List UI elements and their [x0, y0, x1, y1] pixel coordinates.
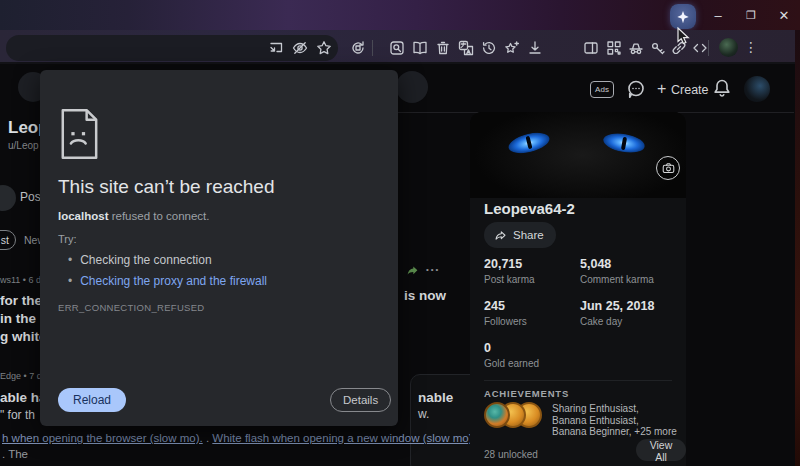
- profile-username: Leopeva64-2: [484, 200, 575, 217]
- advertise-icon[interactable]: Ads: [590, 81, 614, 98]
- achievement-names: Sharing Enthusiast, Banana Enthusiast, B…: [552, 403, 677, 438]
- avatar-fragment: [0, 185, 16, 211]
- stat-followers: 245Followers: [484, 299, 580, 327]
- reading-list-icon[interactable]: [412, 40, 428, 56]
- maximize-button[interactable]: ❐: [739, 6, 763, 25]
- stat-post-karma: 20,715Post karma: [484, 257, 580, 285]
- crosspost-arrow-icon: [406, 263, 419, 281]
- browser-menu-button[interactable]: ⋮: [744, 38, 758, 57]
- bookmark-star-icon[interactable]: [316, 40, 332, 56]
- reload-button[interactable]: Reload: [58, 388, 126, 412]
- stat-gold-earned: 0Gold earned: [484, 341, 580, 369]
- bookmark-all-icon[interactable]: [504, 40, 520, 56]
- profile-banner-cat-image: [470, 112, 686, 198]
- passwords-icon[interactable]: [650, 40, 666, 56]
- mouse-cursor: [677, 27, 690, 49]
- post-options-icon[interactable]: •••: [426, 265, 440, 274]
- post-text-fragment: is now: [404, 288, 446, 303]
- post-text-fragment: w.: [418, 407, 429, 421]
- translate-icon[interactable]: [458, 40, 474, 56]
- side-panel-icon[interactable]: [583, 40, 599, 56]
- window-edge: [795, 30, 800, 466]
- broken-page-icon: [58, 108, 100, 164]
- achievements-unlocked-count: 28 unlocked: [484, 449, 538, 460]
- profile-stats: 20,715Post karma 5,048Comment karma 245F…: [484, 257, 676, 369]
- notifications-bell-icon[interactable]: [712, 78, 732, 98]
- post-meta-fragment: ws11 • 6 d: [0, 275, 41, 285]
- create-button[interactable]: Create: [671, 83, 709, 97]
- lens-search-icon[interactable]: [389, 40, 405, 56]
- card-divider: [484, 380, 672, 381]
- sparkle-icon: [676, 10, 690, 24]
- create-plus-icon[interactable]: +: [657, 80, 666, 98]
- stat-cake-day: Jun 25, 2018Cake day: [580, 299, 676, 327]
- post-text-fragment: in the: [0, 311, 36, 326]
- eye-off-icon[interactable]: [292, 40, 308, 56]
- error-try-label: Try:: [58, 233, 77, 245]
- browser-window: – ❐ ✕ ⋮ Ads: [0, 0, 800, 466]
- site-error-dialog: This site can’t be reached localhost ref…: [40, 70, 398, 426]
- share-arrow-icon: [494, 229, 507, 242]
- browser-profile-avatar[interactable]: [719, 38, 738, 57]
- profile-card: Leopeva64-2 Share 20,715Post karma 5,048…: [470, 112, 686, 466]
- window-titlebar: – ❐ ✕: [0, 0, 800, 30]
- error-message: localhost refused to connect.: [58, 210, 210, 222]
- qr-code-icon[interactable]: [606, 40, 622, 56]
- share-button[interactable]: Share: [484, 222, 556, 248]
- suggestion-connection: •Checking the connection: [68, 250, 267, 271]
- view-all-button[interactable]: View All: [636, 439, 686, 461]
- error-suggestions: •Checking the connection •Checking the p…: [68, 250, 267, 292]
- toolbar-separator: [708, 40, 709, 56]
- restore-tab-icon[interactable]: [350, 40, 366, 56]
- error-code: ERR_CONNECTION_REFUSED: [58, 302, 204, 313]
- achievements-heading: ACHIEVEMENTS: [484, 388, 569, 399]
- suggestion-proxy-firewall-link[interactable]: •Checking the proxy and the firewall: [68, 271, 267, 292]
- link-white-flash-window[interactable]: White flash when opening a new window (s…: [212, 432, 475, 444]
- post-text-fragment: for the: [0, 293, 42, 308]
- post-text-fragment: nable: [418, 390, 453, 405]
- user-avatar[interactable]: [744, 76, 770, 102]
- trash-icon[interactable]: [435, 40, 451, 56]
- copilot-button[interactable]: [670, 4, 696, 29]
- history-icon[interactable]: [481, 40, 497, 56]
- install-icon[interactable]: [268, 40, 284, 56]
- link-white-flash-browser[interactable]: h when opening the browser (slow mo).: [2, 432, 203, 444]
- post-meta-fragment: Edge • 7 d: [0, 371, 42, 381]
- minimize-button[interactable]: –: [706, 6, 730, 25]
- edit-banner-camera-button[interactable]: [656, 156, 680, 180]
- achievement-badge: [484, 402, 510, 428]
- profile-handle-fragment: u/Leop: [8, 140, 39, 151]
- toolbar-separator: [372, 40, 373, 56]
- incognito-icon[interactable]: [628, 40, 644, 56]
- chat-icon[interactable]: [626, 79, 646, 99]
- sort-pill-fragment[interactable]: st: [0, 230, 16, 250]
- close-button[interactable]: ✕: [772, 6, 796, 25]
- post-text-fragment: " for th: [0, 408, 35, 422]
- details-button[interactable]: Details: [330, 388, 391, 412]
- code-icon[interactable]: [692, 40, 708, 56]
- stat-comment-karma: 5,048Comment karma: [580, 257, 676, 285]
- post-paragraph: h when opening the browser (slow mo). . …: [2, 430, 480, 466]
- search-bar-fragment: [396, 71, 428, 103]
- error-title: This site can’t be reached: [58, 176, 275, 198]
- download-icon[interactable]: [527, 40, 543, 56]
- address-bar[interactable]: [6, 35, 338, 61]
